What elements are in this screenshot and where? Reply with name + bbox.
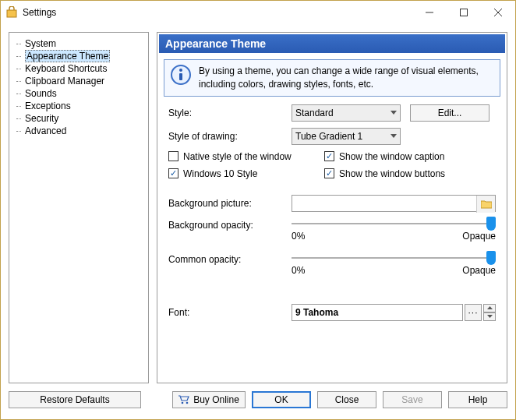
bgopacity-label: Background opacity:: [168, 218, 292, 231]
info-box: By using a theme, you can change a wide …: [164, 59, 500, 97]
slider-thumb[interactable]: [486, 251, 496, 265]
content-panel: Appearance Theme By using a theme, you c…: [157, 32, 507, 383]
bgpic-field[interactable]: [292, 195, 496, 212]
spin-down[interactable]: [483, 312, 496, 321]
sidebar-item-system[interactable]: System: [11, 37, 147, 50]
svg-point-11: [186, 402, 189, 404]
win10-style-checkbox[interactable]: ✓Windows 10 Style: [168, 168, 324, 179]
sidebar-item-security[interactable]: Security: [11, 112, 147, 125]
bgopacity-slider[interactable]: [292, 218, 496, 229]
sidebar-item-keyboard[interactable]: Keyboard Shortcuts: [11, 62, 147, 75]
titlebar: Settings: [1, 1, 515, 24]
show-caption-checkbox[interactable]: ✓Show the window caption: [324, 151, 444, 162]
sidebar-item-clipboard[interactable]: Clipboard Manager: [11, 75, 147, 87]
native-style-checkbox[interactable]: Native style of the window: [168, 151, 324, 162]
browse-button[interactable]: [476, 196, 495, 213]
bgpic-label: Background picture:: [168, 198, 292, 209]
close-button[interactable]: [481, 1, 515, 24]
section-header: Appearance Theme: [159, 34, 505, 53]
help-button[interactable]: Help: [448, 391, 507, 408]
slider-thumb[interactable]: [486, 217, 496, 231]
font-label: Font:: [168, 307, 292, 318]
maximize-button[interactable]: [447, 1, 481, 24]
style-select[interactable]: Standard: [292, 104, 401, 122]
font-spinner[interactable]: [483, 304, 496, 321]
close-dialog-button[interactable]: Close: [317, 391, 376, 408]
svg-marker-9: [487, 315, 493, 318]
chevron-down-icon: [391, 134, 397, 138]
common-opacity-label: Common opacity:: [168, 252, 292, 265]
save-button: Save: [383, 391, 442, 408]
spin-up[interactable]: [483, 304, 496, 312]
cart-icon: [178, 395, 189, 404]
font-field[interactable]: 9 Tahoma: [292, 304, 463, 321]
font-browse-button[interactable]: ···: [465, 304, 482, 321]
app-icon: [5, 6, 18, 19]
sidebar-item-appearance[interactable]: Appearance Theme: [11, 50, 147, 62]
drawing-select[interactable]: Tube Gradient 1: [292, 128, 401, 145]
svg-point-10: [182, 402, 184, 404]
sidebar-item-exceptions[interactable]: Exceptions: [11, 100, 147, 112]
edit-button[interactable]: Edit...: [410, 104, 489, 122]
minimize-button[interactable]: [412, 1, 447, 24]
svg-rect-7: [179, 73, 182, 80]
svg-rect-2: [461, 9, 468, 16]
common-opacity-slider[interactable]: [292, 252, 496, 263]
bgpic-input[interactable]: [292, 196, 476, 211]
ok-button[interactable]: OK: [252, 391, 311, 408]
show-buttons-checkbox[interactable]: ✓Show the window buttons: [324, 168, 445, 179]
sidebar-item-sounds[interactable]: Sounds: [11, 87, 147, 100]
info-text: By using a theme, you can change a wide …: [199, 65, 493, 91]
info-icon: [171, 65, 191, 85]
svg-point-6: [179, 69, 182, 72]
sidebar: System Appearance Theme Keyboard Shortcu…: [9, 32, 149, 383]
svg-rect-0: [7, 10, 16, 17]
sidebar-item-advanced[interactable]: Advanced: [11, 125, 147, 137]
restore-defaults-button[interactable]: Restore Defaults: [9, 391, 141, 408]
folder-icon: [481, 199, 492, 209]
drawing-label: Style of drawing:: [168, 131, 292, 142]
chevron-down-icon: [391, 111, 397, 115]
window-title: Settings: [23, 7, 412, 18]
svg-marker-8: [487, 306, 493, 309]
style-label: Style:: [168, 108, 292, 118]
buy-online-button[interactable]: Buy Online: [172, 391, 246, 408]
ellipsis-icon: ···: [468, 307, 478, 318]
